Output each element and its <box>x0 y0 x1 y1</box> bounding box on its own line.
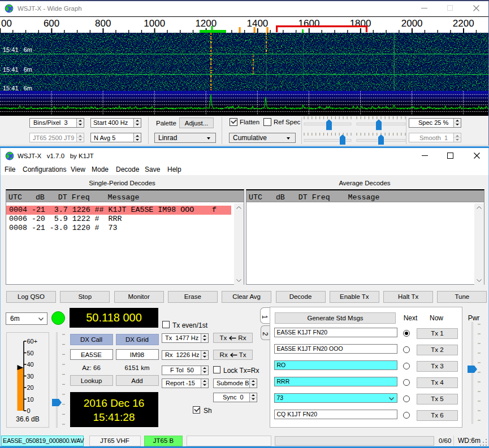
svg-text:1000: 1000 <box>144 18 165 29</box>
svg-text:10: 10 <box>27 396 34 403</box>
svg-text:1400: 1400 <box>246 18 268 29</box>
svg-text:15:41 6m: 15:41 6m <box>3 66 32 73</box>
svg-text:0: 0 <box>27 407 31 414</box>
svg-text:40: 40 <box>27 361 34 368</box>
svg-text:50: 50 <box>27 350 34 356</box>
svg-text:30: 30 <box>27 373 34 380</box>
svg-text:15:41 6m: 15:41 6m <box>3 46 32 53</box>
svg-text:20: 20 <box>27 384 34 391</box>
svg-text:800: 800 <box>95 18 111 29</box>
svg-text:60+: 60+ <box>27 338 38 345</box>
svg-text:15:41 6m: 15:41 6m <box>3 85 32 91</box>
svg-text:2200: 2200 <box>453 18 474 29</box>
svg-text:1200: 1200 <box>195 18 217 29</box>
svg-text:00: 00 <box>1 18 12 29</box>
svg-text:2000: 2000 <box>401 18 423 29</box>
svg-text:600: 600 <box>44 18 59 29</box>
